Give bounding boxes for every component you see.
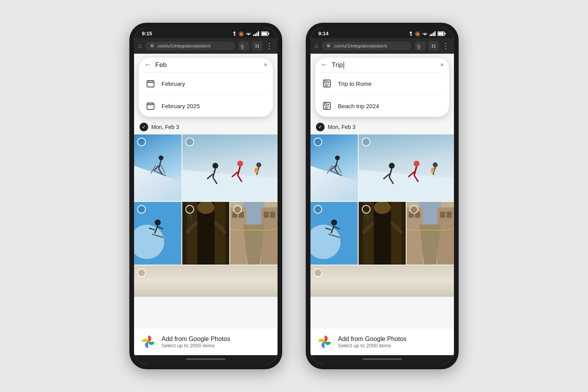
select-circle-right-5[interactable] bbox=[314, 269, 322, 277]
photo-cell-left-3[interactable] bbox=[182, 202, 230, 265]
bluetooth-icon-right bbox=[408, 31, 413, 36]
svg-point-96 bbox=[389, 163, 395, 169]
tab-count-left: 11 bbox=[255, 44, 259, 48]
menu-btn-right[interactable]: ⋮ bbox=[441, 42, 450, 50]
svg-rect-127 bbox=[446, 212, 452, 218]
mute-icon-left: 🔕 bbox=[238, 31, 244, 36]
svg-rect-65 bbox=[433, 33, 434, 36]
search-overlay-left: ← Feb × bbox=[134, 54, 278, 121]
photo-cell-left-1[interactable] bbox=[182, 134, 278, 201]
svg-point-30 bbox=[212, 163, 218, 169]
svg-rect-2 bbox=[255, 34, 256, 36]
photo-cell-right-4[interactable] bbox=[407, 202, 454, 265]
svg-rect-106 bbox=[431, 168, 434, 173]
svg-text:🔕: 🔕 bbox=[238, 31, 244, 36]
suggestion-right-1[interactable]: Beach trip 2024 bbox=[315, 95, 449, 117]
select-circle-left-5[interactable] bbox=[137, 269, 146, 277]
svg-rect-80 bbox=[325, 103, 327, 105]
search-clear-left[interactable]: × bbox=[264, 62, 267, 69]
svg-text:G̲: G̲ bbox=[417, 44, 421, 49]
bluetooth-icon-left bbox=[232, 31, 237, 36]
suggestion-left-1[interactable]: February 2025 bbox=[139, 95, 273, 117]
home-icon-left[interactable]: ⌂ bbox=[138, 42, 142, 49]
menu-btn-left[interactable]: ⋮ bbox=[265, 42, 274, 50]
translate-btn-left[interactable]: G̲ bbox=[238, 41, 249, 51]
search-query-right[interactable]: Trip bbox=[332, 61, 436, 69]
photo-cell-left-2[interactable] bbox=[134, 202, 181, 265]
date-check-left[interactable]: ✓ bbox=[140, 123, 148, 131]
photo-cell-left-0[interactable] bbox=[134, 134, 181, 201]
battery-icon-left bbox=[261, 31, 270, 36]
photo-cell-right-2[interactable] bbox=[310, 202, 358, 265]
suggestion-right-0[interactable]: Trip to Rome bbox=[315, 73, 449, 94]
svg-rect-66 bbox=[434, 31, 436, 36]
battery-icon-right bbox=[437, 31, 446, 36]
ski-group-svg-left bbox=[182, 134, 278, 201]
select-circle-right-3[interactable] bbox=[362, 205, 370, 214]
svg-rect-9 bbox=[151, 45, 153, 47]
url-bar-right[interactable]: .com/u/1/integration/picker/s bbox=[321, 42, 412, 50]
svg-point-109 bbox=[331, 220, 337, 225]
select-circle-left-2[interactable] bbox=[137, 205, 146, 214]
album-icon-right-1 bbox=[322, 101, 332, 111]
select-circle-left-3[interactable] bbox=[185, 205, 194, 214]
suggestion-icon-left-0 bbox=[145, 78, 156, 89]
home-icon-right[interactable]: ⌂ bbox=[314, 42, 318, 49]
search-query-left[interactable]: Feb bbox=[155, 61, 260, 69]
photo-row1-right bbox=[310, 134, 454, 201]
translate-btn-right[interactable]: G̲ bbox=[415, 41, 426, 51]
svg-rect-68 bbox=[445, 33, 446, 34]
calendar-icon-left-0 bbox=[146, 79, 155, 88]
svg-point-100 bbox=[414, 161, 420, 167]
suggestion-icon-left-1 bbox=[145, 100, 156, 111]
suggestion-text-right-0: Trip to Rome bbox=[338, 80, 372, 87]
date-header-right: ✓ Mon, Feb 3 bbox=[310, 120, 454, 134]
calendar-icon-left-1 bbox=[146, 101, 155, 111]
photo-cell-left-5[interactable] bbox=[134, 265, 278, 297]
bottom-handle-right bbox=[310, 355, 454, 365]
photo-cell-right-0[interactable] bbox=[310, 134, 358, 201]
date-text-left: Mon, Feb 3 bbox=[151, 124, 179, 130]
suggestion-icon-right-0 bbox=[321, 78, 332, 89]
search-box-right: ← Trip × bbox=[315, 58, 449, 117]
suggestion-text-left-0: February bbox=[162, 80, 185, 87]
search-clear-right[interactable]: × bbox=[440, 62, 444, 69]
bottom-banner-left: Add from Google Photos Select up to 2000… bbox=[134, 328, 278, 355]
svg-rect-15 bbox=[147, 103, 154, 109]
banner-title-right: Add from Google Photos bbox=[338, 336, 407, 343]
wifi-icon-left bbox=[245, 31, 252, 36]
photo-cell-right-5[interactable] bbox=[310, 265, 454, 297]
search-back-right[interactable]: ← bbox=[321, 61, 328, 69]
suggestion-text-right-1: Beach trip 2024 bbox=[338, 103, 379, 109]
url-bar-left[interactable]: .com/u/1/integration/picker/s bbox=[145, 42, 235, 50]
search-back-left[interactable]: ← bbox=[144, 61, 151, 69]
svg-point-43 bbox=[155, 220, 161, 225]
phone-left-screen: 9:15 🔕 bbox=[134, 27, 278, 365]
select-circle-right-2[interactable] bbox=[314, 205, 322, 214]
svg-rect-6 bbox=[269, 33, 270, 34]
select-circle-right-0[interactable] bbox=[314, 138, 322, 146]
photo-cell-right-3[interactable] bbox=[359, 202, 406, 265]
tabs-btn-left[interactable]: 11 bbox=[252, 41, 263, 51]
bottom-handle-left bbox=[134, 355, 278, 365]
suggestion-left-0[interactable]: February bbox=[139, 73, 273, 94]
date-header-left: ✓ Mon, Feb 3 bbox=[134, 120, 278, 134]
photo-cell-left-4[interactable] bbox=[230, 202, 278, 265]
svg-rect-1 bbox=[253, 34, 254, 36]
tabs-btn-right[interactable]: 11 bbox=[428, 41, 439, 51]
date-check-right[interactable]: ✓ bbox=[316, 123, 325, 131]
status-bar-right: 9:14 🔕 bbox=[310, 27, 454, 38]
photo-row3-right bbox=[310, 265, 454, 297]
svg-rect-61 bbox=[270, 212, 275, 218]
tab-count-right: 11 bbox=[431, 44, 436, 48]
svg-rect-3 bbox=[256, 33, 258, 36]
album-icon-right-0 bbox=[322, 79, 332, 88]
photo-cell-right-1[interactable] bbox=[359, 134, 454, 201]
search-overlay-right: ← Trip × bbox=[310, 54, 454, 121]
svg-rect-69 bbox=[438, 32, 444, 35]
url-text-left: .com/u/1/integration/picker/s bbox=[157, 44, 211, 48]
secure-icon-right bbox=[326, 44, 331, 48]
select-circle-left-0[interactable] bbox=[137, 138, 146, 146]
banner-title-left: Add from Google Photos bbox=[162, 336, 230, 343]
svg-rect-7 bbox=[262, 32, 267, 35]
